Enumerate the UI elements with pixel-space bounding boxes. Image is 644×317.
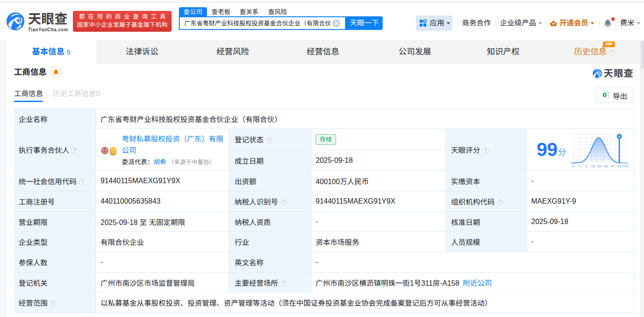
svg-text:85: 85: [604, 164, 608, 168]
svg-text:0: 0: [572, 164, 574, 168]
svg-text:1: 1: [579, 164, 581, 168]
svg-text:97: 97: [610, 164, 615, 168]
svg-text:3: 3: [585, 164, 587, 168]
svg-text:100: 100: [623, 164, 629, 168]
svg-text:50: 50: [597, 164, 601, 168]
svg-text:15: 15: [591, 164, 595, 168]
svg-text:99: 99: [617, 164, 621, 168]
